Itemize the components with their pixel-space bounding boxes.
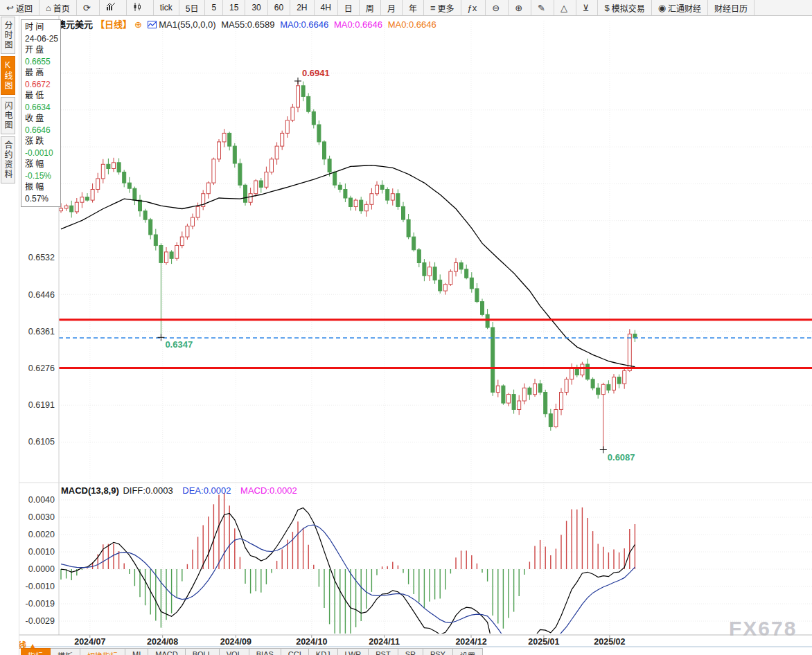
toolbar-label: 5: [211, 3, 216, 12]
toolbar-label: 60: [274, 3, 283, 12]
toolbar-label: 模拟交易: [612, 2, 645, 14]
toolbar-button-line-chart[interactable]: [100, 0, 127, 15]
toolbar-button-back[interactable]: ↩返回: [0, 0, 39, 15]
info-label: 最 低: [21, 90, 60, 102]
indicator-tab-CCI[interactable]: CCI: [281, 648, 309, 655]
chart-header: 澳元美元【日线】⊕ MA1(55,0,0,0) MA55:0.6589 MA0:…: [57, 17, 439, 30]
triangle-down-icon: ⊻: [583, 3, 590, 13]
info-label: 收 盘: [21, 113, 60, 125]
toolbar-button-refresh[interactable]: ⟳: [77, 0, 100, 15]
toolbar-button-zoom-out[interactable]: ⊖: [486, 0, 509, 15]
toolbar-label: 返回: [16, 2, 33, 14]
svg-text:-0.0010: -0.0010: [26, 582, 55, 591]
price-chart[interactable]: 2024/072024/082024/092024/102024/112024/…: [0, 0, 812, 655]
info-value: 0.6655: [21, 56, 60, 68]
indicator-tab-MACD[interactable]: MACD: [148, 648, 185, 655]
side-tab-2[interactable]: 闪电图: [1, 97, 15, 134]
macd-dea-value: DEA:0.0002: [182, 485, 231, 496]
macd-title-label: MACD(13,8,9): [61, 485, 119, 496]
toolbar-button-fx[interactable]: ƒx: [461, 0, 486, 15]
candlesticks[interactable]: [60, 81, 637, 450]
side-tab-0[interactable]: 分时图: [1, 17, 15, 54]
home-icon: ⌂: [46, 3, 51, 13]
info-value: 0.6646: [21, 125, 60, 136]
toolbar-button-triangle-up[interactable]: △: [554, 0, 576, 15]
toolbar-button-draw[interactable]: ✎: [531, 0, 554, 15]
toolbar-button-year[interactable]: 年: [403, 0, 424, 15]
chart-type-icon[interactable]: [148, 21, 157, 28]
toolbar-label: 财经日历: [714, 2, 748, 14]
svg-text:0.6087: 0.6087: [608, 452, 635, 463]
price-axis-labels: 0.65320.64460.63610.62760.61910.6105: [28, 253, 55, 447]
info-value: 0.6634: [21, 102, 60, 114]
toolbar-label: 周: [366, 2, 374, 14]
svg-text:0.6446: 0.6446: [28, 290, 55, 300]
toolbar-label: 5日: [186, 2, 199, 14]
macd-gridlines: 0.00400.00300.00200.00100.0000-0.0010-0.…: [26, 495, 812, 626]
menu-icon: ≡: [430, 3, 436, 13]
ma55-value: MA55:0.6589: [221, 19, 274, 30]
svg-text:2024/10: 2024/10: [296, 637, 327, 647]
toolbar-button-zoom-in[interactable]: ⊕: [509, 0, 531, 15]
toolbar-button-m15[interactable]: 15: [223, 0, 245, 15]
function-icon: ƒx: [468, 3, 477, 13]
info-label: 最 高: [21, 67, 60, 79]
toolbar-button-m30[interactable]: 30: [245, 0, 267, 15]
svg-text:0.0030: 0.0030: [28, 512, 55, 522]
toolbar-button-fx678-news[interactable]: ◉汇通财经: [652, 0, 708, 15]
svg-text:-0.0019: -0.0019: [26, 599, 55, 609]
toolbar-button-day[interactable]: 日: [338, 0, 360, 15]
indicator-tab-LWR[interactable]: LWR: [338, 648, 369, 655]
indicator-tab-模板[interactable]: 模板: [51, 648, 80, 655]
indicator-tab-指标[interactable]: 指标: [21, 648, 51, 655]
indicator-tab-VOL[interactable]: VOL: [220, 648, 249, 655]
toolbar-button-tick[interactable]: tick: [154, 0, 179, 15]
side-tab-3[interactable]: 合约资料: [1, 136, 15, 183]
x-axis: 2024/072024/082024/092024/102024/112024/…: [74, 21, 625, 647]
toolbar-button-m60[interactable]: 60: [268, 0, 290, 15]
toolbar-button-candle-chart[interactable]: [127, 0, 154, 15]
toolbar-button-calendar[interactable]: 财经日历: [708, 0, 754, 15]
indicator-tab-MI[interactable]: MI: [125, 648, 148, 655]
toolbar-button-month[interactable]: 月: [381, 0, 403, 15]
svg-text:0.6941: 0.6941: [302, 68, 330, 78]
toolbar-label: 2H: [297, 3, 307, 12]
indicator-tab-PST[interactable]: PST: [369, 648, 398, 655]
indicator-tab-PSY[interactable]: PSY: [423, 648, 453, 655]
svg-text:0.6361: 0.6361: [28, 327, 55, 337]
add-indicator-icon[interactable]: ⊕: [134, 19, 142, 30]
toolbar-label: 年: [409, 2, 417, 14]
indicator-tab-设置[interactable]: 设置: [453, 648, 483, 655]
indicator-tab-SR[interactable]: SR: [398, 648, 423, 655]
zoom-in-icon: ⊕: [515, 3, 522, 13]
indicator-tab-BOLL[interactable]: BOLL: [186, 648, 220, 655]
svg-text:0.6191: 0.6191: [28, 400, 55, 410]
toolbar-button-5d[interactable]: 5日: [179, 0, 206, 15]
info-value: 0.6672: [21, 79, 60, 91]
indicator-tab-BIAS[interactable]: BIAS: [249, 648, 281, 655]
indicator-tab-KDJ[interactable]: KDJ: [309, 648, 338, 655]
info-label: 涨 幅: [21, 159, 60, 170]
macd-macd-value: MACD:0.0002: [240, 485, 297, 496]
indicator-tab-切换指标[interactable]: 切换指标: [80, 648, 125, 655]
symbol-name: 澳元美元: [57, 19, 93, 30]
side-tab-1[interactable]: K线图: [1, 56, 15, 95]
toolbar-button-h4[interactable]: 4H: [315, 0, 338, 15]
toolbar-button-more[interactable]: ≡更多: [424, 0, 461, 15]
toolbar-label: tick: [160, 3, 173, 12]
info-label: 涨 跌: [21, 136, 60, 147]
toolbar-button-sim-trade[interactable]: $模拟交易: [598, 0, 651, 15]
price-annotations: 0.69410.63470.6087: [157, 68, 635, 463]
ma0-value-magenta: MA0:0.6646: [334, 19, 382, 30]
toolbar-button-week[interactable]: 周: [360, 0, 381, 15]
toolbar-button-home[interactable]: ⌂首页: [39, 0, 77, 15]
svg-text:2024/09: 2024/09: [220, 637, 251, 647]
svg-text:2024/11: 2024/11: [369, 637, 400, 647]
svg-text:0.0040: 0.0040: [28, 495, 55, 505]
toolbar-label: 15: [229, 3, 238, 12]
toolbar-button-triangle-down[interactable]: ⊻: [576, 0, 599, 15]
toolbar-button-m5[interactable]: 5: [205, 0, 223, 15]
toolbar-label: 更多: [438, 2, 454, 14]
toolbar-button-h2[interactable]: 2H: [290, 0, 314, 15]
ma0-value-blue: MA0:0.6646: [280, 19, 328, 30]
